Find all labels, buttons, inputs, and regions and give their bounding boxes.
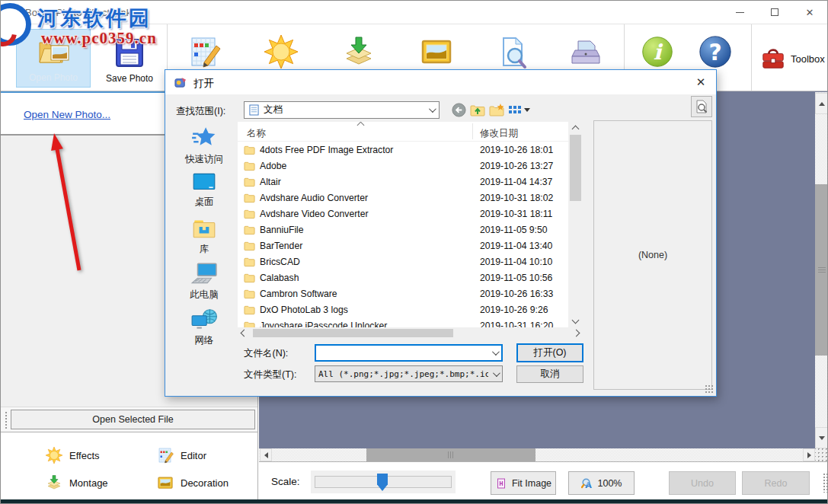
folder-icon — [244, 257, 255, 267]
montage-icon — [45, 474, 63, 492]
drag-handle[interactable] — [5, 411, 8, 429]
zoom-100-label: 100% — [598, 478, 622, 489]
view-menu-button[interactable] — [507, 102, 531, 118]
effects-button[interactable] — [263, 33, 299, 70]
decoration-button[interactable] — [418, 33, 455, 70]
maximize-icon — [771, 8, 778, 16]
place-label: 快速访问 — [173, 153, 235, 166]
undo-button[interactable]: Undo — [669, 471, 736, 495]
file-type-combobox[interactable]: All (*.png;*.jpg;*.jpeg;*.bmp;*.ico;* — [315, 365, 503, 382]
place-libraries[interactable]: 库 — [173, 216, 235, 256]
look-in-value: 文档 — [264, 104, 424, 116]
shortcut-effects[interactable]: Effects — [45, 446, 100, 464]
open-new-photo-link[interactable]: Open New Photo... — [24, 109, 110, 120]
shortcut-decoration[interactable]: Decoration — [156, 474, 229, 492]
save-photo-icon — [111, 33, 148, 69]
editor-button[interactable] — [186, 33, 222, 70]
file-name-input[interactable] — [315, 344, 503, 362]
file-name-label: 文件名(N): — [244, 347, 288, 360]
toolbox-button[interactable]: Toolbox — [761, 43, 826, 75]
file-row[interactable]: BanniuFile2019-11-05 9:50 — [238, 222, 568, 238]
window-title: Boxoft Photo Effect Maker — [25, 7, 140, 18]
new-folder-button[interactable] — [488, 102, 505, 118]
canvas-horizontal-scrollbar[interactable] — [259, 448, 815, 461]
dialog-close-button[interactable]: ✕ — [689, 73, 712, 91]
scroll-left-button[interactable] — [260, 448, 272, 461]
redo-button[interactable]: Redo — [742, 471, 810, 495]
document-icon — [249, 104, 259, 116]
maximize-button[interactable] — [757, 1, 792, 24]
file-row[interactable]: BricsCAD2019-11-04 10:10 — [238, 254, 568, 270]
look-in-combobox[interactable]: 文档 — [244, 101, 440, 119]
chevron-down-icon[interactable] — [488, 346, 501, 360]
list-hscroll-thumb[interactable] — [253, 329, 453, 337]
file-row[interactable]: Avdshare Video Converter2019-10-31 18:11 — [238, 206, 568, 222]
resize-corner[interactable] — [815, 448, 828, 461]
folder-icon — [244, 305, 255, 315]
back-button[interactable] — [450, 102, 467, 118]
file-name: Joyoshare iPasscode Unlocker — [260, 321, 387, 327]
file-row[interactable]: Adobe2019-10-26 13:27 — [238, 158, 568, 174]
file-name: Avdshare Video Converter — [260, 209, 369, 219]
place-network[interactable]: 网络 — [173, 308, 235, 347]
place-desktop[interactable]: 桌面 — [173, 171, 235, 209]
scroll-down-icon[interactable] — [572, 317, 580, 324]
scroll-down-button[interactable] — [815, 427, 828, 448]
shortcut-editor[interactable]: Editor — [156, 446, 206, 464]
file-row[interactable]: Joyoshare iPasscode Unlocker2019-10-31 1… — [238, 318, 568, 327]
open-selected-file-button[interactable]: Open Selected File — [11, 410, 255, 429]
horizontal-scroll-thumb[interactable] — [366, 448, 535, 461]
zoom-100-button[interactable]: 100% — [568, 471, 635, 495]
file-row[interactable]: DxO PhotoLab 3 logs2019-10-26 9:26 — [238, 302, 568, 318]
preview-button[interactable] — [494, 33, 531, 70]
scale-slider[interactable] — [311, 471, 456, 493]
resize-grip — [823, 473, 827, 493]
slider-thumb[interactable] — [377, 474, 388, 491]
list-vertical-scrollbar[interactable] — [568, 122, 583, 327]
scroll-up-icon[interactable] — [572, 126, 580, 133]
open-photo-icon — [36, 33, 72, 70]
arrow-right-icon — [807, 452, 811, 458]
chevron-down-icon[interactable] — [488, 366, 502, 381]
column-header-date[interactable]: 修改日期 — [480, 127, 518, 140]
print-button[interactable] — [567, 33, 604, 70]
folder-icon — [244, 241, 255, 251]
open-photo-button[interactable]: Open Photo — [16, 29, 91, 88]
minimize-button[interactable] — [722, 1, 757, 24]
dialog-cancel-button[interactable]: 取消 — [516, 365, 583, 383]
save-photo-button[interactable]: Save Photo — [92, 29, 167, 88]
shortcut-label: Decoration — [181, 477, 229, 489]
close-button[interactable]: ✕ — [792, 1, 827, 24]
canvas-vertical-scrollbar[interactable] — [815, 92, 828, 448]
show-preview-button[interactable] — [691, 96, 712, 117]
dialog-open-button[interactable]: 打开(O) — [516, 343, 583, 362]
list-scroll-thumb[interactable] — [570, 135, 581, 201]
help-button[interactable] — [698, 34, 733, 69]
montage-button[interactable] — [340, 33, 377, 70]
up-one-level-button[interactable] — [469, 102, 486, 118]
column-divider — [472, 123, 473, 139]
file-row[interactable]: BarTender2019-11-04 13:40 — [238, 238, 568, 254]
scroll-right-button[interactable] — [803, 448, 815, 461]
list-horizontal-scrollbar[interactable] — [238, 327, 583, 339]
file-row[interactable]: Altair2019-11-04 14:37 — [238, 174, 568, 190]
dialog-resize-grip[interactable] — [705, 384, 715, 394]
info-button[interactable] — [641, 35, 674, 69]
file-date: 2019-11-04 10:10 — [480, 257, 552, 267]
file-row[interactable]: Cambron Software2019-10-26 16:33 — [238, 286, 568, 302]
folder-icon — [244, 209, 255, 219]
place-quick-access[interactable]: 快速访问 — [173, 125, 235, 166]
file-name: Avdshare Audio Converter — [260, 193, 368, 203]
file-row[interactable]: 4dots Free PDF Image Extractor2019-10-26… — [238, 142, 568, 158]
scroll-up-button[interactable] — [815, 93, 828, 114]
fit-image-button[interactable]: Fit Image — [491, 471, 556, 495]
place-this-pc[interactable]: 此电脑 — [173, 262, 235, 301]
file-row[interactable]: Avdshare Audio Converter2019-10-31 18:02 — [238, 190, 568, 206]
dialog-icon — [174, 76, 187, 89]
scroll-right-icon[interactable] — [573, 330, 580, 337]
shortcut-montage[interactable]: Montage — [45, 474, 108, 492]
column-header-name[interactable]: 名称 — [247, 127, 266, 140]
file-row[interactable]: Calabash2019-11-05 10:56 — [238, 270, 568, 286]
vertical-scroll-thumb[interactable] — [815, 184, 828, 356]
scroll-left-icon[interactable] — [241, 330, 248, 337]
